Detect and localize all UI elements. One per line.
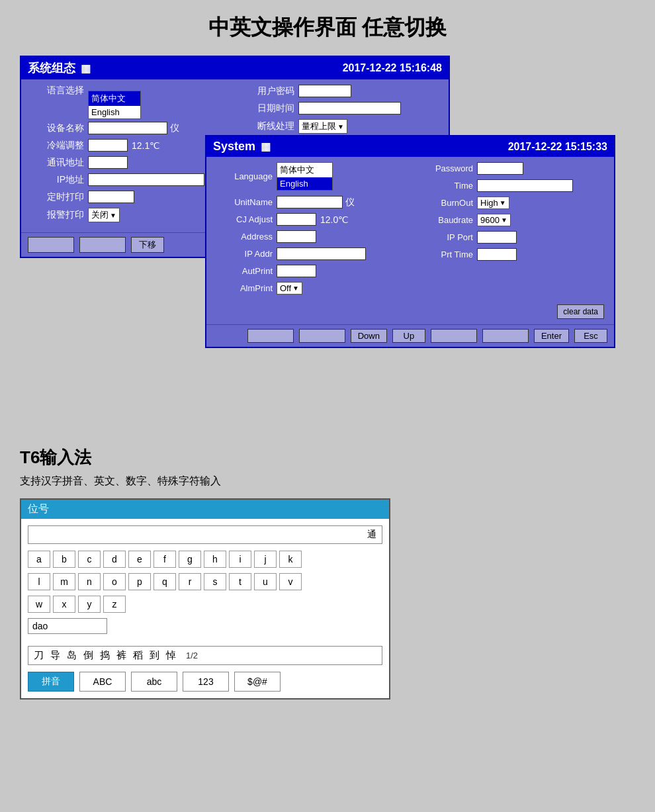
key-t[interactable]: t [229,573,251,590]
candidate-6[interactable]: 稻 [133,649,143,662]
mode-abc[interactable]: abc [131,672,177,692]
candidate-4[interactable]: 捣 [100,649,110,662]
pinyin-input-container: dao [28,618,382,641]
en-footer-btn5[interactable] [431,329,477,343]
cn-footer-btn2[interactable] [79,237,126,253]
key-f[interactable]: f [153,551,176,568]
en-lang-opt1[interactable]: 简体中文 [277,163,332,177]
en-burnout-value: High [480,198,498,208]
key-a[interactable]: a [28,551,50,568]
candidate-8[interactable]: 悼 [166,649,176,662]
en-footer-btn7[interactable]: Enter [534,329,569,343]
candidate-0[interactable]: 刀 [34,649,44,662]
en-burnout-arrow: ▼ [500,199,506,206]
key-n[interactable]: n [78,573,101,590]
cn-ip-input[interactable]: 127.000.000.001 [88,173,204,186]
main-title: 中英文操作界面 任意切换 [20,13,635,42]
cn-footer-btn3[interactable]: 下移 [131,237,164,253]
key-e[interactable]: e [128,551,151,568]
english-panel-icon: ▦ [261,140,271,153]
key-l[interactable]: l [28,573,50,590]
cn-lang-opt2[interactable]: English [89,106,140,118]
en-pwd-input[interactable]: 000000 [477,162,523,175]
en-prttime-row: Prt Time 00:00 [417,248,604,261]
pinyin-input[interactable]: dao [28,618,107,634]
en-baud-dropdown[interactable]: 9600 ▼ [477,214,511,226]
key-i[interactable]: i [229,551,251,568]
cn-device-input[interactable] [88,122,167,134]
en-footer-btn8[interactable]: Esc [574,329,607,343]
mode-num[interactable]: 123 [183,672,229,692]
en-autprint-label: AutPrint [216,266,273,276]
en-prttime-input[interactable]: 00:00 [477,248,517,261]
en-addr-input[interactable]: 1 [277,230,316,243]
english-left-col: Language 简体中文 English UnitName 仪 [216,162,404,299]
en-lang-opt2[interactable]: English [277,177,332,190]
key-s[interactable]: s [204,573,226,590]
en-lang-label: Language [216,171,273,181]
mode-ABC[interactable]: ABC [79,672,126,692]
cn-burn-arrow: ▼ [337,123,344,130]
key-c[interactable]: c [78,551,101,568]
key-v[interactable]: v [279,573,302,590]
key-u[interactable]: u [254,573,277,590]
en-unit-input[interactable] [277,196,343,208]
candidate-5[interactable]: 裤 [116,649,126,662]
cn-pwd-input[interactable]: 000000 [298,85,351,97]
en-footer-btn6[interactable] [482,329,529,343]
cn-burn-dropdown[interactable]: 量程上限 ▼ [298,119,347,134]
cn-addr-label: 通讯地址 [31,157,84,169]
key-x[interactable]: x [53,596,75,613]
cn-device-label: 设备名称 [31,122,84,134]
cn-footer-btn1[interactable] [28,237,74,253]
en-cj-input[interactable]: 0.0 [277,213,316,226]
candidate-3[interactable]: 倒 [83,649,93,662]
section2-subtitle: 支持汉字拼音、英文、数字、特殊字符输入 [20,474,635,488]
candidate-1[interactable]: 导 [50,649,60,662]
en-footer-btn1[interactable] [247,329,294,343]
en-burnout-dropdown[interactable]: High ▼ [477,197,509,209]
mode-pinyin[interactable]: 拼音 [28,672,74,692]
cn-alarm-dropdown[interactable]: 关闭 ▼ [88,208,120,222]
cn-lang-opt1[interactable]: 简体中文 [89,91,140,106]
en-ip-input[interactable]: 127.000.000.001 [277,248,366,260]
english-panel: System ▦ 2017-12-22 15:15:33 Language 简体… [205,135,615,348]
key-j[interactable]: j [254,551,277,568]
mode-special[interactable]: $@# [234,672,281,692]
cn-timer-input[interactable]: 0000分 [88,191,134,203]
key-b[interactable]: b [53,551,75,568]
key-r[interactable]: r [179,573,201,590]
key-z[interactable]: z [103,596,126,613]
section2-container: T6输入法 支持汉字拼音、英文、数字、特殊字符输入 位号 通 abcdefghi… [20,446,635,699]
en-autprint-input[interactable]: 0000m [277,265,316,277]
key-m[interactable]: m [53,573,75,590]
key-p[interactable]: p [128,573,151,590]
key-o[interactable]: o [103,573,126,590]
en-footer-btn3[interactable]: Down [351,329,387,343]
key-y[interactable]: y [78,596,101,613]
en-ipport-label: IP Port [417,232,473,242]
cn-date-input[interactable]: 2017-12-22 15:16:48 [298,102,401,114]
en-time-input[interactable]: 2017-12-22 15:15:33 [477,179,573,192]
cn-addr-input[interactable]: 1 [88,156,128,169]
clear-data-button[interactable]: clear data [557,304,604,319]
en-prttime-label: Prt Time [417,249,473,259]
key-h[interactable]: h [204,551,226,568]
candidate-2[interactable]: 岛 [67,649,77,662]
en-footer-btn4[interactable]: Up [392,329,425,343]
en-baud-row: Baudrate 9600 ▼ [417,214,604,226]
key-d[interactable]: d [103,551,126,568]
panels-container: 系统组态 ▦ 2017-12-22 15:16:48 语言选择 简体中文 Eng… [20,56,635,426]
key-g[interactable]: g [179,551,201,568]
en-footer-btn2[interactable] [299,329,345,343]
en-ipport-input[interactable]: 0502 [477,231,517,244]
en-lang-dropdown-wrap[interactable]: 简体中文 English [277,162,333,191]
key-q[interactable]: q [153,573,176,590]
text-input-field[interactable] [31,529,365,540]
key-k[interactable]: k [279,551,302,568]
en-almprint-dropdown[interactable]: Off ▼ [277,282,302,294]
cn-cold-input1[interactable]: 0.0 [88,139,128,152]
key-w[interactable]: w [28,596,50,613]
en-almprint-value: Off [280,283,291,293]
candidate-7[interactable]: 到 [150,649,159,662]
